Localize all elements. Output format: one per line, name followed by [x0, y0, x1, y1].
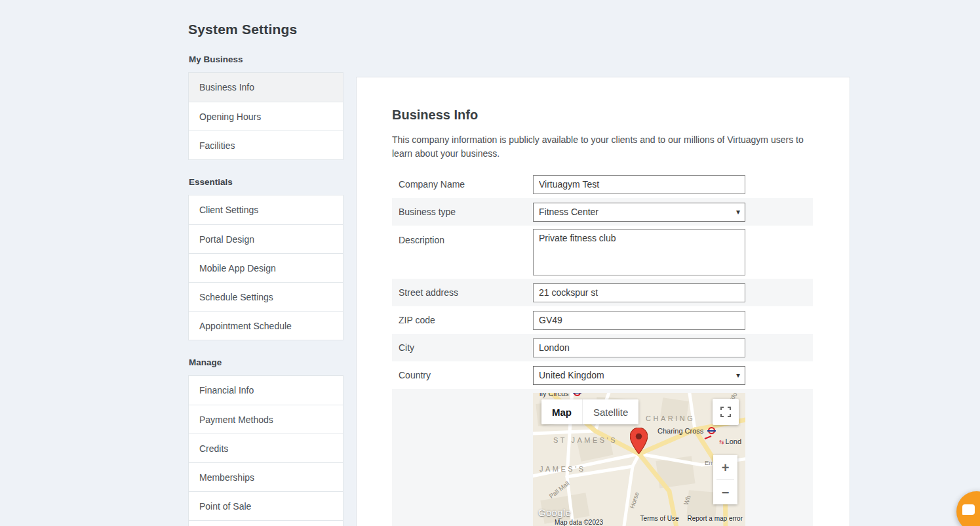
map-pin-icon	[630, 428, 648, 456]
zip-code-label: ZIP code	[392, 315, 533, 325]
description-label: Description	[392, 226, 533, 245]
sidebar-item-client-settings[interactable]: Client Settings	[189, 195, 343, 224]
settings-sidebar: System Settings My Business Business Inf…	[188, 22, 343, 526]
google-map[interactable]: lly Circus CHARING Charing Cross ⇆Lond S…	[533, 393, 745, 526]
street-address-input[interactable]	[533, 283, 745, 302]
report-map-error-link[interactable]: Report a map error	[688, 515, 743, 522]
sidebar-item-point-of-sale[interactable]: Point of Sale	[189, 491, 343, 520]
chat-widget-button[interactable]	[956, 491, 980, 526]
sidebar-group-my-business: Business Info Opening Hours Facilities	[188, 72, 343, 160]
sidebar-section-manage: Manage	[189, 357, 343, 367]
sidebar-item-portal-design[interactable]: Portal Design	[189, 224, 343, 253]
description-textarea[interactable]: Private fitness club	[533, 229, 745, 275]
fullscreen-button[interactable]	[713, 399, 739, 425]
chevron-down-icon: ▾	[736, 208, 740, 216]
panel-title: Business Info	[392, 108, 813, 123]
chevron-down-icon: ▾	[736, 371, 740, 379]
city-input[interactable]	[533, 338, 745, 357]
form-row-company-name: Company Name	[392, 171, 813, 198]
google-logo[interactable]: Google	[538, 507, 571, 518]
sidebar-item-credits[interactable]: Credits	[189, 434, 343, 462]
terms-of-use-link[interactable]: Terms of Use	[640, 515, 679, 522]
city-label: City	[392, 342, 533, 353]
business-info-panel: Business Info This company information i…	[356, 77, 850, 526]
sidebar-group-essentials: Client Settings Portal Design Mobile App…	[188, 195, 343, 340]
page-title: System Settings	[188, 22, 343, 37]
panel-description: This company information is publicly ava…	[392, 133, 806, 161]
sidebar-item-opening-hours[interactable]: Opening Hours	[189, 102, 343, 131]
fullscreen-icon	[720, 407, 731, 417]
form-row-street-address: Street address	[392, 279, 813, 306]
sidebar-item-schedule-settings[interactable]: Schedule Settings	[189, 282, 343, 311]
zip-code-input[interactable]	[533, 311, 745, 330]
map-type-controls: Map Satellite	[541, 399, 638, 424]
map-view-button[interactable]: Map	[541, 399, 582, 424]
zoom-controls: + −	[713, 455, 737, 504]
country-select[interactable]: United Kingdom ▾	[533, 366, 745, 385]
business-type-value: Fitness Center	[539, 207, 598, 217]
map-footer-links: Terms of Use Report a map error	[640, 515, 743, 522]
form-row-map: lly Circus CHARING Charing Cross ⇆Lond S…	[392, 389, 813, 526]
country-value: United Kingdom	[539, 370, 604, 380]
sidebar-item-payment-methods[interactable]: Payment Methods	[189, 405, 343, 434]
underground-roundel-icon	[708, 427, 715, 434]
zoom-in-button[interactable]: +	[713, 455, 737, 479]
sidebar-item-mobile-app-design[interactable]: Mobile App Design	[189, 253, 343, 282]
sidebar-item-business-info[interactable]: Business Info	[189, 73, 343, 102]
chat-bubble-icon	[962, 504, 975, 515]
map-attribution: Map data ©2023	[555, 519, 603, 526]
business-type-label: Business type	[392, 207, 533, 217]
country-label: Country	[392, 370, 533, 380]
sidebar-item-memberships[interactable]: Memberships	[189, 462, 343, 491]
sidebar-item-appointment-schedule[interactable]: Appointment Schedule	[189, 311, 343, 340]
sidebar-item-financial-info[interactable]: Financial Info	[189, 376, 343, 405]
satellite-view-button[interactable]: Satellite	[582, 399, 638, 424]
sidebar-section-my-business: My Business	[189, 54, 343, 64]
zoom-out-button[interactable]: −	[713, 480, 737, 504]
form-row-country: Country United Kingdom ▾	[392, 361, 813, 389]
sidebar-item-partial[interactable]	[189, 520, 343, 526]
company-name-input[interactable]	[533, 175, 745, 194]
street-address-label: Street address	[392, 287, 533, 298]
sidebar-section-essentials: Essentials	[189, 177, 343, 187]
sidebar-item-facilities[interactable]: Facilities	[189, 131, 343, 159]
form-row-business-type: Business type Fitness Center ▾	[392, 198, 813, 226]
form-row-description: Description Private fitness club	[392, 226, 813, 279]
sidebar-group-manage: Financial Info Payment Methods Credits M…	[188, 375, 343, 526]
form-row-city: City	[392, 334, 813, 361]
business-type-select[interactable]: Fitness Center ▾	[533, 203, 745, 222]
company-name-label: Company Name	[392, 179, 533, 190]
form-row-zip-code: ZIP code	[392, 306, 813, 334]
